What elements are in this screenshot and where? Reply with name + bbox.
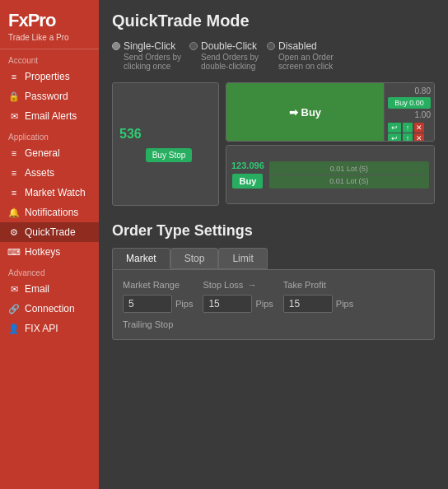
sidebar-item-password[interactable]: 🔒 Password: [0, 86, 99, 106]
preview-left-price: 536: [119, 127, 142, 142]
preview-area: 536 Buy Stop ➡ Buy 0.80 Buy 0.00 1.00: [112, 82, 435, 206]
sidebar-item-market-watch[interactable]: ≡ Market Watch: [0, 183, 99, 203]
take-profit-unit: Pips: [336, 299, 353, 309]
order-fields: Market Range Pips Stop Loss → Pips: [123, 280, 424, 313]
bell-icon: 🔔: [8, 207, 20, 218]
market-watch-icon: ≡: [8, 187, 20, 198]
sidebar-item-label: QuickTrade: [25, 226, 76, 238]
disabled-label: Disabled: [278, 40, 334, 52]
connection-icon: 🔗: [8, 303, 20, 314]
mode-option-double-click[interactable]: Double-Click Send Orders bydouble-clicki…: [189, 40, 259, 71]
market-range-group: Market Range Pips: [123, 280, 193, 313]
ctrl-arrow-up2[interactable]: ↩: [388, 133, 401, 142]
take-profit-label: Take Profit: [283, 280, 353, 290]
ctrl-close2[interactable]: ✕: [414, 133, 424, 142]
logo-area: FxPro Trade Like a Pro: [0, 0, 99, 49]
double-click-radio[interactable]: [189, 42, 198, 50]
order-tabs: Market Stop Limit: [112, 248, 435, 269]
sidebar-item-label: Connection: [25, 303, 75, 314]
stop-loss-group: Stop Loss → Pips: [203, 280, 273, 313]
disabled-desc: Open an Orderscreen on click: [278, 53, 334, 71]
sidebar-item-email[interactable]: ✉ Email: [0, 279, 99, 299]
sidebar-item-notifications[interactable]: 🔔 Notifications: [0, 203, 99, 222]
sidebar-item-label: Notifications: [25, 207, 78, 218]
tab-market[interactable]: Market: [112, 248, 170, 269]
preview-right-top: ➡ Buy 0.80 Buy 0.00 1.00 ↩ ↑ ✕: [226, 82, 435, 142]
logo-fx: Fx: [8, 10, 28, 30]
email2-icon: ✉: [8, 283, 20, 295]
order-type-title: Order Type Settings: [112, 222, 435, 240]
sidebar-item-properties[interactable]: ≡ Properties: [0, 67, 99, 86]
preview-lot2: 0.01 Lot (S): [273, 177, 426, 185]
section-label-account: Account: [0, 49, 99, 67]
take-profit-input[interactable]: [283, 295, 333, 313]
sidebar-item-fix-api[interactable]: 👤 FIX API: [0, 319, 99, 338]
sidebar-item-assets[interactable]: ≡ Assets: [0, 163, 99, 183]
single-click-radio[interactable]: [112, 42, 120, 50]
preview-right-bottom: 123.096 Buy 0.01 Lot (5) 0.01 Lot (S): [226, 145, 435, 204]
preview-buy-label: ➡ Buy: [289, 106, 321, 119]
single-click-label: Single-Click: [124, 40, 181, 52]
double-click-label: Double-Click: [201, 40, 259, 52]
ctrl-arrow-up1[interactable]: ↩: [388, 123, 401, 133]
preview-bottom-buy[interactable]: Buy: [232, 174, 263, 189]
lock-icon: 🔒: [8, 91, 20, 102]
gear-icon: ⚙: [8, 226, 20, 238]
preview-buy-price[interactable]: Buy 0.00: [388, 97, 431, 109]
disabled-radio[interactable]: [267, 42, 275, 50]
tab-stop[interactable]: Stop: [170, 248, 219, 269]
market-range-label: Market Range: [123, 280, 193, 290]
preview-bottom-price: 123.096: [231, 161, 264, 170]
ctrl-close1[interactable]: ✕: [414, 123, 424, 133]
preview-lot-price: 1.00: [388, 110, 431, 119]
assets-icon: ≡: [8, 167, 20, 179]
keyboard-icon: ⌨: [8, 246, 20, 258]
sidebar-item-label: Hotkeys: [25, 246, 60, 258]
stop-loss-unit: Pips: [255, 299, 273, 309]
take-profit-group: Take Profit Pips: [283, 280, 353, 313]
sidebar-item-hotkeys[interactable]: ⌨ Hotkeys: [0, 242, 99, 262]
mode-options: Single-Click Send Orders byclicking once…: [112, 40, 435, 71]
sidebar-item-label: Properties: [25, 71, 70, 82]
single-click-desc: Send Orders byclicking once: [124, 53, 181, 71]
stop-loss-input[interactable]: [203, 295, 252, 313]
order-panel: Market Range Pips Stop Loss → Pips: [112, 269, 435, 340]
ctrl-up1[interactable]: ↑: [403, 123, 413, 133]
sidebar-item-label: FIX API: [25, 323, 58, 334]
tab-limit[interactable]: Limit: [218, 248, 267, 269]
sidebar-item-quicktrade[interactable]: ⚙ QuickTrade: [0, 222, 99, 242]
sidebar-item-label: Email Alerts: [25, 110, 77, 122]
logo: FxPro: [8, 10, 91, 31]
mode-option-single-click[interactable]: Single-Click Send Orders byclicking once: [112, 40, 181, 71]
fix-api-icon: 👤: [8, 323, 20, 334]
main-content: QuickTrade Mode Single-Click Send Orders…: [99, 0, 448, 489]
section-label-advanced: Advanced: [0, 262, 99, 279]
mode-option-disabled[interactable]: Disabled Open an Orderscreen on click: [267, 40, 334, 71]
sidebar-item-connection[interactable]: 🔗 Connection: [0, 299, 99, 319]
stop-loss-arrow: →: [247, 280, 256, 290]
sidebar-item-label: Email: [25, 283, 49, 295]
market-range-unit: Pips: [175, 299, 193, 309]
sidebar-item-email-alerts[interactable]: ✉ Email Alerts: [0, 106, 99, 126]
sidebar: FxPro Trade Like a Pro Account ≡ Propert…: [0, 0, 99, 489]
preview-price-val: 0.80: [388, 86, 431, 95]
email-icon: ✉: [8, 110, 20, 122]
logo-pro: Pro: [28, 10, 56, 30]
sidebar-item-label: General: [25, 147, 60, 159]
sidebar-item-label: Assets: [25, 167, 54, 179]
logo-tagline: Trade Like a Pro: [8, 33, 91, 42]
stop-loss-label: Stop Loss →: [203, 280, 273, 290]
section-label-application: Application: [0, 126, 99, 143]
general-icon: ≡: [8, 147, 20, 159]
market-range-input[interactable]: [123, 295, 172, 313]
ctrl-up2[interactable]: ↑: [403, 133, 413, 142]
page-title: QuickTrade Mode: [112, 12, 435, 30]
preview-lot1: 0.01 Lot (5): [273, 165, 426, 173]
trailing-stop-label: Trailing Stop: [123, 319, 424, 329]
sidebar-item-label: Password: [25, 91, 68, 102]
sidebar-item-general[interactable]: ≡ General: [0, 143, 99, 163]
properties-icon: ≡: [8, 71, 20, 82]
double-click-desc: Send Orders bydouble-clicking: [201, 53, 259, 71]
buy-stop-button[interactable]: Buy Stop: [146, 148, 193, 162]
preview-left: 536 Buy Stop: [112, 82, 219, 206]
